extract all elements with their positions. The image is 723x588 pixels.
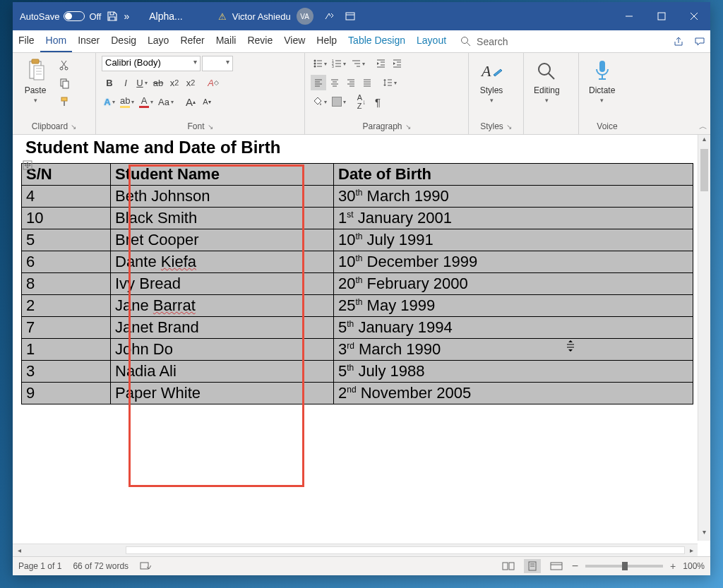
tab-table-layout[interactable]: Layout [411,30,452,52]
tab-table-design[interactable]: Table Design [342,30,411,52]
tab-references[interactable]: Refer [174,30,210,52]
table-row[interactable]: 8Ivy Bread20th February 2000 [22,273,693,295]
table-row[interactable]: 3Nadia Ali5th July 1988 [22,361,693,383]
italic-button[interactable]: I [118,75,133,90]
cell-name[interactable]: Jane Barrat [111,295,334,317]
change-case-button[interactable]: Aa [156,94,176,109]
cell-dob[interactable]: 1st January 2001 [334,208,693,229]
tell-me-search[interactable]: Search [460,30,508,52]
cell-sn[interactable]: 5 [22,229,111,251]
strikethrough-button[interactable]: ab [150,75,166,90]
decrease-indent-button[interactable] [373,56,388,71]
table-row[interactable]: 6Dante Kiefa10th December 1999 [22,251,693,273]
cell-name[interactable]: Janet Brand [111,317,334,339]
scroll-right-button[interactable]: ▸ [685,544,698,556]
zoom-in-button[interactable]: + [670,560,676,572]
table-row[interactable]: 5Bret Cooper10th July 1991 [22,229,693,251]
quick-access-more-icon[interactable]: » [124,11,129,22]
editing-button[interactable]: Editing ▾ [530,56,564,107]
cell-dob[interactable]: 25th May 1999 [334,295,693,317]
bold-button[interactable]: B [102,75,117,90]
multilevel-button[interactable] [349,56,367,71]
tab-review[interactable]: Revie [241,30,278,52]
web-layout-button[interactable] [548,559,565,573]
zoom-slider[interactable] [585,565,663,568]
cell-sn[interactable]: 6 [22,251,111,273]
close-button[interactable] [678,2,710,30]
table-row[interactable]: 4Beth Johnson30th March 1990 [22,186,693,208]
cell-name[interactable]: Dante Kiefa [111,251,334,273]
cell-dob[interactable]: 10th July 1991 [334,229,693,251]
bullets-button[interactable] [311,56,329,71]
cell-sn[interactable]: 1 [22,339,111,361]
document-heading[interactable]: Student Name and Date of Birth [21,135,693,163]
font-name-select[interactable]: Calibri (Body) [102,56,201,71]
table-row[interactable]: 7Janet Brand5th January 1994 [22,317,693,339]
styles-button[interactable]: A Styles ▾ [474,56,508,107]
grow-font-button[interactable]: A▴ [183,94,198,109]
table-row[interactable]: 2Jane Barrat25th May 1999 [22,295,693,317]
cell-name[interactable]: Paper White [111,383,334,404]
vertical-scrollbar[interactable]: ▴ ▾ [698,135,710,541]
cell-dob[interactable]: 10th December 1999 [334,251,693,273]
table-move-handle[interactable] [21,159,34,172]
highlight-button[interactable]: ab [118,94,136,109]
share-button[interactable] [668,31,689,52]
app-mode-icon[interactable] [345,11,356,22]
table-row[interactable]: 1John Do3rd March 1990 [22,339,693,361]
table-row[interactable]: 10Black Smith1st January 2001 [22,208,693,229]
horizontal-scrollbar[interactable]: ◂ ▸ [13,544,698,556]
header-dob[interactable]: Date of Birth [334,164,693,186]
scroll-down-button[interactable]: ▾ [698,528,710,541]
autosave-toggle[interactable]: AutoSave Off [20,11,101,22]
show-marks-button[interactable]: ¶ [370,94,386,109]
horizontal-scroll-track[interactable] [126,546,685,554]
cell-sn[interactable]: 8 [22,273,111,295]
tab-design[interactable]: Desig [105,30,142,52]
tab-help[interactable]: Help [311,30,342,52]
align-right-button[interactable] [343,75,359,90]
table-row[interactable]: 9Paper White2nd November 2005 [22,383,693,404]
align-left-button[interactable] [311,75,326,90]
print-layout-button[interactable] [524,559,541,573]
tab-layout[interactable]: Layo [142,30,174,52]
paragraph-dialog-launcher[interactable]: ↘ [405,123,411,131]
cell-dob[interactable]: 2nd November 2005 [334,383,693,404]
cell-name[interactable]: Beth Johnson [111,186,334,208]
tab-insert[interactable]: Inser [72,30,105,52]
cut-button[interactable] [56,57,72,73]
account-button[interactable]: Victor Ashiedu VA [232,8,313,25]
page-indicator[interactable]: Page 1 of 1 [18,561,61,571]
copy-button[interactable] [56,76,72,91]
comments-button[interactable] [689,31,710,52]
justify-button[interactable] [359,75,375,90]
cell-sn[interactable]: 7 [22,317,111,339]
cell-sn[interactable]: 4 [22,186,111,208]
cell-dob[interactable]: 30th March 1990 [334,186,693,208]
subscript-button[interactable]: x2 [167,75,182,90]
cell-dob[interactable]: 20th February 2000 [334,273,693,295]
cell-name[interactable]: Black Smith [111,208,334,229]
font-color-button[interactable]: A [137,94,155,109]
vertical-scroll-thumb[interactable] [700,149,708,191]
cell-name[interactable]: Ivy Bread [111,273,334,295]
header-sn[interactable]: S/N [22,164,111,186]
maximize-button[interactable] [645,2,678,30]
clear-format-button[interactable]: A◇ [205,75,221,90]
header-name[interactable]: Student Name [111,164,334,186]
styles-dialog-launcher[interactable]: ↘ [506,123,512,131]
collapse-ribbon-button[interactable]: ︿ [699,121,707,133]
cell-dob[interactable]: 3rd March 1990 [334,339,693,361]
font-dialog-launcher[interactable]: ↘ [208,123,213,131]
shading-button[interactable] [311,94,329,109]
line-spacing-button[interactable] [381,75,399,90]
text-effects-button[interactable]: A [102,94,117,109]
cell-sn[interactable]: 2 [22,295,111,317]
cell-dob[interactable]: 5th January 1994 [334,317,693,339]
data-table[interactable]: S/N Student Name Date of Birth 4Beth Joh… [21,163,693,404]
numbering-button[interactable]: 123 [330,56,348,71]
table-header-row[interactable]: S/N Student Name Date of Birth [22,164,693,186]
paste-button[interactable]: Paste ▾ [18,56,52,107]
cell-name[interactable]: Nadia Ali [111,361,334,383]
ribbon-display-icon[interactable] [323,11,335,22]
